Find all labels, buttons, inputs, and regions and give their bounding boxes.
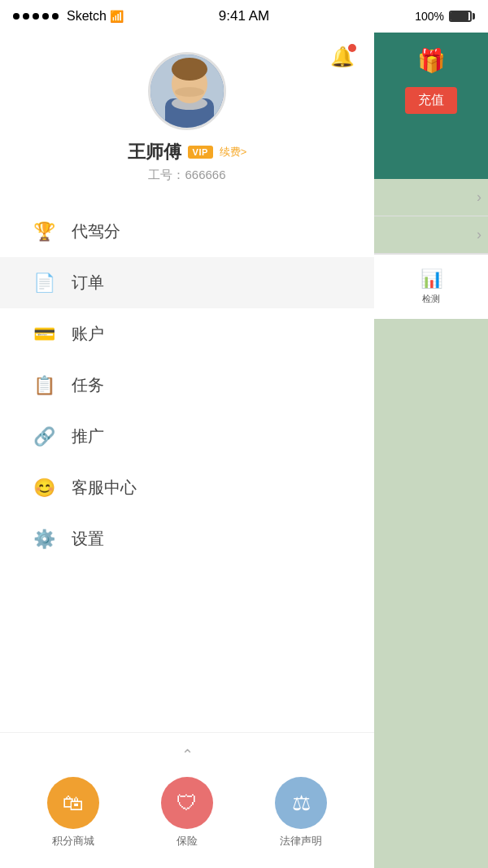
bottom-section: ⌃ 🛍 积分商城 🛡 保险 ⚖ 法律声明 bbox=[0, 732, 374, 868]
gift-icon[interactable]: 🎁 bbox=[417, 47, 446, 74]
status-time: 9:41 AM bbox=[219, 8, 269, 24]
menu-icon-dingdan: 📄 bbox=[33, 273, 55, 294]
vip-renew-link[interactable]: 续费> bbox=[220, 145, 247, 159]
menu-item-renwu[interactable]: 📋 任务 bbox=[0, 360, 374, 411]
menu-item-tuiguang[interactable]: 🔗 推广 bbox=[0, 411, 374, 462]
menu-item-shezhi[interactable]: ⚙️ 设置 bbox=[0, 513, 374, 565]
status-right: 100% bbox=[415, 10, 475, 23]
avatar-image bbox=[150, 55, 224, 128]
bottom-circle-baoxian: 🛡 bbox=[161, 777, 213, 829]
user-name: 王师傅 bbox=[128, 140, 181, 164]
menu-label-renwu: 任务 bbox=[72, 374, 104, 396]
right-bottom: 📊 检测 bbox=[374, 254, 488, 319]
menu-icon-renwu: 📋 bbox=[33, 375, 55, 396]
chevron-2[interactable]: › bbox=[374, 216, 488, 254]
menu-label-kefu: 客服中心 bbox=[72, 477, 137, 499]
bottom-circle-jifen: 🛍 bbox=[47, 777, 99, 829]
menu-label-tuiguang: 推广 bbox=[72, 425, 104, 447]
menu-label-zhanghu: 账户 bbox=[72, 323, 104, 345]
bottom-icon-baoxian[interactable]: 🛡 保险 bbox=[161, 777, 213, 848]
status-bar: Sketch 📶 9:41 AM 100% bbox=[0, 0, 488, 33]
menu-icon-daijiafen: 🏆 bbox=[33, 221, 55, 242]
app-name: Sketch bbox=[67, 9, 107, 24]
main-layout: 🔔 bbox=[0, 33, 488, 868]
bottom-icon-jifen[interactable]: 🛍 积分商城 bbox=[47, 777, 99, 848]
notification-dot bbox=[348, 44, 356, 52]
bottom-circle-falv: ⚖ bbox=[275, 777, 327, 829]
menu-icon-tuiguang: 🔗 bbox=[33, 426, 55, 447]
right-panel: 🎁 充值 › › 成商業大廈 ◯SUN-B 🏠粉领安居 bbox=[374, 33, 488, 868]
vip-badge: VIP bbox=[188, 146, 213, 159]
bottom-icons: 🛍 积分商城 🛡 保险 ⚖ 法律声明 bbox=[0, 777, 374, 848]
battery-percent: 100% bbox=[415, 10, 444, 23]
menu-item-daijiafen[interactable]: 🏆 代驾分 bbox=[0, 206, 374, 257]
bottom-icon-falv[interactable]: ⚖ 法律声明 bbox=[275, 777, 327, 848]
signal-dots bbox=[13, 13, 59, 20]
menu-item-zhanghu[interactable]: 💳 账户 bbox=[0, 308, 374, 360]
battery-icon bbox=[449, 11, 475, 22]
svg-point-4 bbox=[172, 58, 207, 81]
menu-label-dingdan: 订单 bbox=[72, 272, 104, 294]
menu-label-shezhi: 设置 bbox=[72, 528, 104, 550]
status-left: Sketch 📶 bbox=[13, 9, 124, 24]
drawer-panel: 🔔 bbox=[0, 33, 374, 868]
collapse-arrow[interactable]: ⌃ bbox=[0, 746, 374, 764]
menu-icon-zhanghu: 💳 bbox=[33, 324, 55, 345]
chevron-1[interactable]: › bbox=[374, 179, 488, 216]
detect-icon[interactable]: 📊 bbox=[420, 268, 442, 290]
menu-icon-shezhi: ⚙️ bbox=[33, 529, 55, 550]
bottom-label-baoxian: 保险 bbox=[176, 834, 198, 848]
menu-icon-kefu: 😊 bbox=[33, 478, 55, 499]
profile-section: 🔔 bbox=[0, 33, 374, 199]
right-panel-top: 🎁 充值 bbox=[374, 33, 488, 179]
menu-item-kefu[interactable]: 😊 客服中心 bbox=[0, 462, 374, 513]
recharge-button[interactable]: 充值 bbox=[405, 87, 457, 114]
bottom-label-jifen: 积分商城 bbox=[52, 834, 94, 848]
menu-list: 🏆 代驾分 📄 订单 💳 账户 📋 任务 🔗 推广 😊 客服中心 ⚙️ 设置 bbox=[0, 199, 374, 732]
menu-label-daijiafen: 代驾分 bbox=[72, 220, 120, 242]
svg-point-5 bbox=[175, 87, 204, 97]
bottom-label-falv: 法律声明 bbox=[280, 834, 322, 848]
menu-item-dingdan[interactable]: 📄 订单 bbox=[0, 257, 374, 308]
user-name-row: 王师傅 VIP 续费> bbox=[128, 140, 247, 164]
wifi-icon: 📶 bbox=[110, 10, 124, 23]
avatar bbox=[148, 52, 226, 130]
user-id: 工号：666666 bbox=[148, 168, 225, 183]
detect-label: 检测 bbox=[422, 293, 440, 305]
notification-bell[interactable]: 🔔 bbox=[330, 46, 355, 68]
